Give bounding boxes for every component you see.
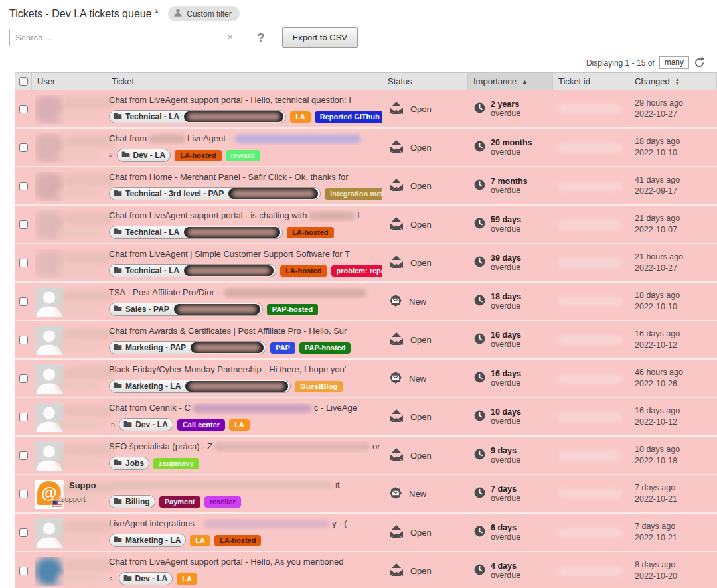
ticket-tag[interactable]: LA [229,419,250,431]
department-tag[interactable]: Marketing - LA [109,380,291,393]
row-checkbox[interactable] [19,374,28,383]
column-header-importance[interactable]: Importance ▲ [468,73,553,90]
ticket-subject[interactable]: Chat from LiveAgent support portal - Hel… [109,557,382,569]
redacted-fragment: k [109,151,113,159]
toolbar: × ? Export to CSV [9,27,717,48]
changed-relative: 16 days ago [635,329,717,340]
ticket-cell: Chat from LiveAgent support portal - is … [106,206,382,243]
ticket-row[interactable]: Chat from LiveAgent support portal - Hel… [15,90,717,129]
ticket-subject[interactable]: Chat from Home - Merchant Panel - Safir … [109,172,382,184]
ticket-row[interactable]: Chat from LiveAgent support portal - Hel… [15,552,717,588]
ticket-row[interactable]: LiveAgent integrations - y - (Marketing … [15,514,717,552]
ticket-row[interactable]: @SupposupportitBillingPaymentresellerNew… [15,475,717,514]
ticket-subject[interactable]: Chat from LiveAgent support portal - is … [109,210,382,222]
ticket-tag[interactable]: LA-hosted [175,150,221,161]
changed-relative: 41 days ago [635,175,717,186]
ticket-tag[interactable]: LA [190,535,210,546]
department-tag[interactable]: Dev - LA [117,149,171,162]
ticket-tag[interactable]: Call center [177,419,225,431]
column-header-user[interactable]: User [32,73,106,90]
department-tag[interactable]: Technical - LA [109,110,286,123]
ticket-tag[interactable]: GuestBlog [295,381,343,392]
department-tag[interactable]: Dev - LA [119,418,173,431]
ticket-tag[interactable]: PAP [270,342,295,354]
redacted-text [193,404,312,413]
ticket-tag[interactable]: PAP-hosted [267,304,319,315]
column-header-changed[interactable]: Changed ▲▼ [629,73,717,90]
department-tag[interactable]: Jobs [109,457,149,470]
ticket-row[interactable]: Chat from LiveAgent | Simple Customer Su… [15,244,717,283]
row-checkbox[interactable] [19,182,28,190]
redacted-text [224,289,366,297]
clock-icon [473,332,486,348]
row-checkbox[interactable] [19,490,28,498]
clear-search-icon[interactable]: × [228,32,233,42]
department-tag[interactable]: Technical - LA [109,264,276,277]
row-checkbox[interactable] [19,297,28,306]
ticket-row[interactable]: Chat from LiveAgent support portal - is … [15,206,717,244]
changed-relative: 21 hours ago [635,252,717,263]
department-tag[interactable]: Marketing - LA [109,534,186,547]
row-checkbox[interactable] [19,259,28,267]
department-tag[interactable]: Technical - LA [109,226,283,239]
department-tag[interactable]: Billing [109,495,155,508]
ticket-tag[interactable]: LA-hosted [214,535,261,546]
ticket-tag[interactable]: LA [290,111,311,123]
row-checkbox[interactable] [19,528,28,537]
ticket-subject[interactable]: SEO špecialista (práca) - Zor [109,441,382,453]
ticket-subject[interactable]: Chat from Awards & Certificates | Post A… [109,326,382,338]
help-icon[interactable]: ? [257,31,265,45]
row-checkbox[interactable] [19,451,28,460]
row-checkbox[interactable] [19,143,28,152]
ticket-subject[interactable]: Black Friday/Cyber Monday Partnership - … [109,364,382,376]
ticket-tag[interactable]: reward [226,150,260,161]
ticket-row[interactable]: Black Friday/Cyber Monday Partnership - … [15,360,717,398]
row-checkbox[interactable] [19,336,28,344]
column-header-status[interactable]: Status [382,73,468,90]
custom-filter-badge[interactable]: Custom filter [168,6,239,21]
ticket-subject[interactable]: it [109,480,382,492]
ticket-tag[interactable]: LA [177,573,197,585]
ticket-subject[interactable]: Chat from LiveAgent | Simple Customer Su… [109,249,382,261]
ticket-row[interactable]: SEO špecialista (práca) - ZorJobszaujima… [15,437,717,475]
department-label: Billing [125,497,150,506]
ticket-tag[interactable]: Payment [159,496,200,508]
ticket-tag[interactable]: LA-hosted [287,227,333,238]
ticket-row[interactable]: Chat from Awards & Certificates | Post A… [15,321,717,360]
row-checkbox[interactable] [19,567,28,575]
department-tag[interactable]: Sales - PAP [109,303,263,316]
column-header-ticket-id[interactable]: Ticket id [553,73,629,90]
column-header-ticket[interactable]: Ticket [106,73,382,90]
ticket-tag[interactable]: Reported GIThub [315,111,382,123]
ticket-subject[interactable]: Chat from LiveAgent support portal - Hel… [109,95,382,107]
ticket-id-cell [553,283,629,320]
ticket-tag[interactable]: PAP-hosted [299,342,351,354]
ticket-subject[interactable]: Chat from Cenník - Cc - LiveAge [109,403,382,415]
ticket-id-redacted [558,489,622,499]
ticket-row[interactable]: Chat from Cenník - Cc - LiveAge.nDev - L… [15,398,717,437]
ticket-row[interactable]: TSA - Post Affiliate Pro/Dior - Sales - … [15,283,717,321]
export-csv-button[interactable]: Export to CSV [282,27,358,48]
ticket-row[interactable]: Chat fromLiveAgent - kDev - LALA-hostedr… [15,129,717,167]
search-input[interactable] [9,29,238,46]
department-tag[interactable]: Dev - LA [119,572,173,585]
row-checkbox[interactable] [19,105,28,113]
ticket-row[interactable]: Chat from Home - Merchant Panel - Safir … [15,167,717,206]
ticket-tags: BillingPaymentreseller [109,495,382,508]
ticket-subject[interactable]: LiveAgent integrations - y - ( [109,518,382,530]
user-avatar [35,403,64,432]
page-count-box[interactable]: many [659,56,689,69]
ticket-subject[interactable]: TSA - Post Affiliate Pro/Dior - [109,287,382,299]
ticket-tag[interactable]: reseller [204,496,241,508]
select-all-checkbox[interactable] [19,77,28,86]
row-checkbox[interactable] [19,413,28,421]
refresh-icon[interactable] [694,57,705,68]
row-checkbox[interactable] [19,220,28,229]
department-tag[interactable]: Marketing - PAP [109,341,266,354]
ticket-tag[interactable]: Integration methods [325,188,382,200]
ticket-tag[interactable]: LA-hosted [280,265,327,277]
ticket-tag[interactable]: zaujimavy [153,458,199,469]
department-tag[interactable]: Technical - 3rd level - PAP [109,187,321,200]
ticket-tag[interactable]: problem: repo [331,265,382,277]
ticket-subject[interactable]: Chat fromLiveAgent - [109,133,382,145]
